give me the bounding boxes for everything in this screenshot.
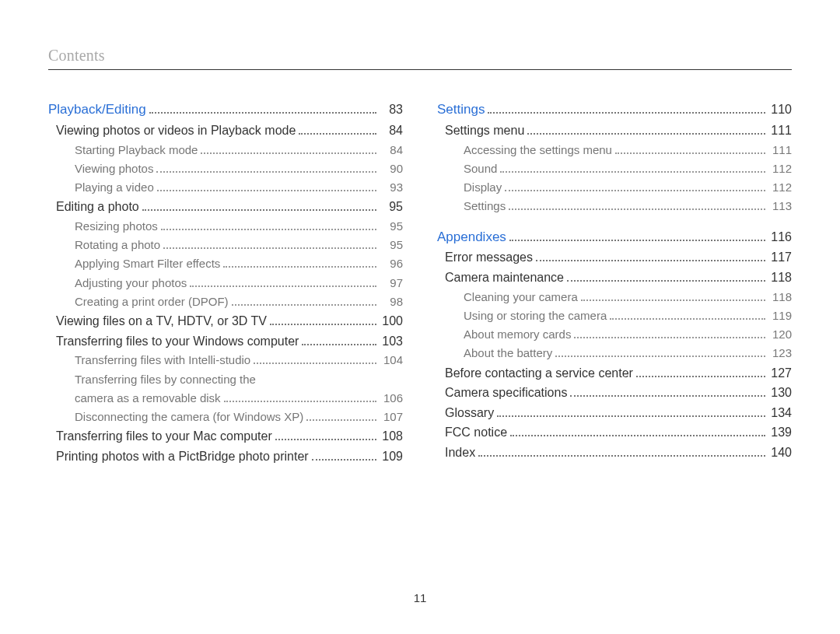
toc-leader-dots	[299, 125, 376, 135]
toc-entry[interactable]: Resizing photos95	[48, 219, 403, 234]
toc-entry[interactable]: Sound112	[437, 161, 792, 177]
toc-entry-title: Starting Playback mode	[48, 142, 198, 158]
toc-entry-page: 107	[380, 409, 403, 425]
toc-entry[interactable]: Applying Smart Filter effects96	[48, 256, 403, 271]
toc-leader-dots	[163, 240, 376, 249]
toc-entry[interactable]: Settings menu111	[437, 122, 792, 139]
toc-leader-dots	[478, 447, 765, 457]
toc-entry-title: Index	[437, 444, 475, 461]
toc-entry-page: 119	[768, 308, 792, 324]
toc-entry-page: 90	[380, 161, 403, 177]
toc-entry-title: Printing photos with a PictBridge photo …	[48, 448, 309, 465]
toc-entry-title: Settings menu	[437, 122, 524, 139]
toc-entry-page: 127	[768, 365, 792, 382]
page-number: 11	[0, 591, 840, 604]
toc-entry-title: Accessing the settings menu	[437, 142, 612, 158]
toc-entry[interactable]: Glossary134	[437, 405, 792, 422]
toc-leader-dots	[142, 202, 376, 212]
toc-entry-page: 118	[768, 289, 792, 305]
toc-leader-dots	[223, 259, 376, 268]
toc-entry-page: 109	[380, 448, 403, 465]
toc-entry-page: 123	[768, 345, 792, 361]
toc-entry-title: Settings	[437, 198, 506, 214]
toc-entry-page: 139	[768, 424, 792, 441]
toc-entry[interactable]: About the battery123	[437, 345, 792, 361]
toc-entry[interactable]: Printing photos with a PictBridge photo …	[48, 448, 403, 465]
toc-leader-dots	[509, 232, 765, 241]
toc-entry[interactable]: Transferring files by connecting the	[48, 372, 403, 387]
toc-entry[interactable]: Display112	[437, 180, 792, 195]
toc-leader-dots	[149, 104, 376, 114]
toc-entry[interactable]: Creating a print order (DPOF)98	[48, 294, 403, 310]
toc-entry-title: Using or storing the camera	[437, 308, 607, 324]
toc-entry-page: 95	[380, 198, 403, 215]
toc-leader-dots	[259, 377, 400, 384]
toc-leader-dots	[636, 368, 765, 377]
toc-entry[interactable]: Transferring files to your Mac computer1…	[48, 428, 403, 445]
toc-entry-title: Playback/Editing	[48, 101, 146, 119]
toc-entry[interactable]: Settings113	[437, 198, 792, 214]
toc-leader-dots	[275, 432, 376, 441]
toc-entry[interactable]: Settings110	[437, 101, 792, 119]
toc-entry-page: 93	[380, 180, 403, 195]
toc-entry[interactable]: Error messages117	[437, 249, 792, 266]
toc-entry[interactable]: Disconnecting the camera (for Windows XP…	[48, 409, 403, 425]
toc-entry[interactable]: Viewing photos or videos in Playback mod…	[48, 122, 403, 139]
toc-entry-page: 110	[768, 101, 792, 118]
toc-entry[interactable]: Editing a photo95	[48, 198, 403, 215]
toc-entry-page: 134	[768, 405, 792, 422]
toc-entry[interactable]: Transferring files with Intelli-studio10…	[48, 352, 403, 368]
toc-entry-title: Transferring files to your Windows compu…	[48, 333, 299, 350]
toc-entry-page: 112	[768, 161, 792, 177]
toc-leader-dots	[610, 311, 765, 320]
toc-entry-title: Editing a photo	[48, 198, 139, 215]
toc-entry[interactable]: Camera maintenance118	[437, 269, 792, 286]
toc-leader-dots	[555, 349, 765, 357]
toc-entry[interactable]: About memory cards120	[437, 327, 792, 342]
toc-entry[interactable]: Viewing files on a TV, HDTV, or 3D TV100	[48, 313, 403, 330]
toc-entry-title: Resizing photos	[48, 219, 158, 234]
toc-leader-dots	[574, 330, 765, 338]
toc-leader-dots	[570, 388, 765, 398]
toc-entry[interactable]: Rotating a photo95	[48, 237, 403, 253]
toc-entry[interactable]: camera as a removable disk106	[48, 391, 403, 406]
toc-entry-page: 118	[768, 269, 792, 286]
toc-entry-title: Transferring files to your Mac computer	[48, 428, 272, 445]
toc-entry[interactable]: Starting Playback mode84	[48, 142, 403, 158]
toc-entry-page: 112	[768, 180, 792, 195]
toc-entry-page: 103	[380, 333, 403, 350]
toc-leader-dots	[201, 145, 376, 154]
toc-entry[interactable]: Before contacting a service center127	[437, 365, 792, 382]
toc-entry[interactable]: Using or storing the camera119	[437, 308, 792, 324]
toc-entry[interactable]: Adjusting your photos97	[48, 275, 403, 291]
toc-entry[interactable]: Viewing photos90	[48, 161, 403, 177]
toc-column-right: Settings110Settings menu111Accessing the…	[437, 101, 792, 468]
toc-entry[interactable]: Appendixes116	[437, 229, 792, 247]
toc-column-left: Playback/Editing83Viewing photos or vide…	[48, 101, 403, 468]
toc-entry-title: Rotating a photo	[48, 237, 160, 253]
toc-entry[interactable]: Accessing the settings menu111	[437, 142, 792, 158]
toc-leader-dots	[161, 222, 376, 230]
toc-entry-title: Camera maintenance	[437, 269, 564, 286]
toc-entry-page: 83	[380, 101, 403, 118]
toc-entry-title: Display	[437, 180, 502, 195]
toc-entry[interactable]: Camera specifications130	[437, 384, 792, 401]
toc-entry[interactable]: Transferring files to your Windows compu…	[48, 333, 403, 350]
toc-leader-dots	[567, 272, 765, 282]
toc-entry[interactable]: FCC notice139	[437, 424, 792, 441]
toc-leader-dots	[509, 201, 765, 210]
toc-entry[interactable]: Playback/Editing83	[48, 101, 403, 119]
toc-leader-dots	[581, 292, 765, 301]
toc-entry-title: Applying Smart Filter effects	[48, 256, 220, 271]
toc-entry-title: FCC notice	[437, 424, 507, 441]
toc-leader-dots	[536, 253, 765, 262]
toc-entry[interactable]: Index140	[437, 444, 792, 461]
toc-entry-page: 130	[768, 384, 792, 401]
toc-entry[interactable]: Cleaning your camera118	[437, 289, 792, 305]
toc-leader-dots	[500, 164, 765, 173]
toc-entry-page: 140	[768, 444, 792, 461]
toc-entry-page: 97	[380, 275, 403, 291]
toc-entry[interactable]: Playing a video93	[48, 180, 403, 195]
toc-leader-dots	[190, 278, 376, 287]
toc-entry-title: Sound	[437, 161, 497, 177]
